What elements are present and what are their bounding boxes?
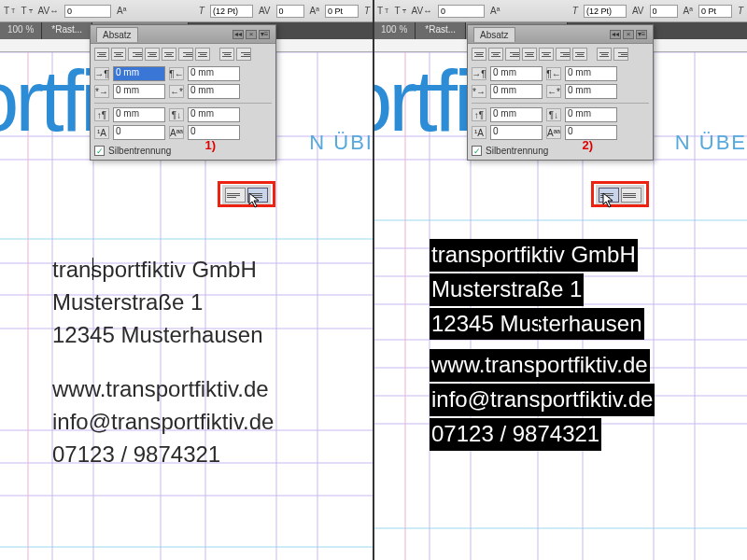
first-line-input[interactable]: 0 mm [490, 84, 543, 99]
justify-all-icon[interactable] [195, 48, 210, 61]
font-size-icon[interactable]: T [572, 6, 578, 16]
baseline-input[interactable] [698, 5, 732, 18]
city-line: 12345 Musterhausen [430, 308, 644, 341]
alignment-row [94, 48, 272, 61]
first-line-indent-icon: *→ [472, 85, 486, 98]
style-t-icon[interactable]: T [364, 6, 370, 16]
scale-icon[interactable]: Aª [117, 6, 126, 16]
right-indent-icon: ¶← [169, 67, 184, 80]
align-right-icon[interactable] [128, 48, 143, 61]
subscript-icon[interactable]: Tᴛ [21, 6, 32, 16]
last-line-indent-icon: ←* [546, 85, 561, 98]
align-toward-spine-icon[interactable] [597, 48, 612, 61]
panel-tab-absatz[interactable]: Absatz [473, 27, 515, 42]
dropcap-lines-input[interactable]: 0 [113, 125, 165, 140]
left-indent-input[interactable]: 0 mm [113, 66, 165, 81]
panel-close-icon[interactable]: × [246, 30, 257, 39]
address-block[interactable]: transportfiktiv GmbH Musterstraße 1 1234… [430, 239, 655, 453]
align-away-spine-icon[interactable] [236, 48, 251, 61]
kerning-icon[interactable]: AV↔ [412, 6, 433, 16]
panel-menu-icon[interactable]: ▾≡ [259, 30, 270, 39]
superscript-icon[interactable]: TT [377, 6, 388, 16]
align-center-icon[interactable] [111, 48, 126, 61]
street-line: Musterstraße 1 [52, 287, 274, 319]
hyphenation-label: Silbentrennung [486, 146, 548, 156]
left-indent-icon: →¶ [472, 67, 486, 80]
zoom-level[interactable]: 100 % [374, 22, 416, 39]
scale-icon[interactable]: Aª [490, 6, 500, 16]
text-caret [538, 312, 539, 334]
tracking-input[interactable] [276, 5, 304, 18]
baseline-icon[interactable]: Aª [684, 6, 693, 16]
cursor-icon [248, 192, 261, 209]
space-before-input[interactable]: 0 mm [490, 107, 543, 122]
panel-titlebar[interactable]: Absatz ◂◂ × ▾≡ [468, 25, 653, 44]
align-left-icon[interactable] [472, 48, 486, 61]
justify-left-icon[interactable] [145, 48, 160, 61]
address-block[interactable]: transportfiktiv GmbH Musterstraße 1 1234… [52, 254, 274, 471]
last-line-input[interactable]: 0 mm [188, 84, 240, 99]
panel-close-icon[interactable]: × [623, 30, 634, 39]
hyphenation-checkbox[interactable] [472, 146, 482, 156]
tab-rast[interactable]: *Rast... [42, 22, 92, 39]
phone-line: 07123 / 9874321 [52, 439, 274, 471]
text-caret [92, 258, 93, 280]
tab-rast[interactable]: *Rast... [416, 22, 466, 39]
last-line-input[interactable]: 0 mm [565, 84, 617, 99]
first-line-indent-icon: *→ [94, 85, 109, 98]
kerning-icon[interactable]: AV↔ [38, 6, 60, 16]
company-line: transportfiktiv GmbH [52, 254, 274, 287]
hyphenation-label: Silbentrennung [108, 146, 171, 156]
phone-line: 07123 / 9874321 [430, 418, 601, 451]
justify-right-icon[interactable] [178, 48, 193, 61]
hyphenation-checkbox[interactable] [94, 146, 105, 156]
left-indent-input[interactable]: 0 mm [490, 66, 543, 81]
align-away-spine-icon[interactable] [613, 48, 628, 61]
paragraph-panel[interactable]: Absatz ◂◂ × ▾≡ [90, 24, 276, 161]
font-size-input[interactable] [584, 5, 627, 18]
kerning-input[interactable] [438, 5, 485, 18]
justify-center-icon[interactable] [162, 48, 176, 61]
mail-line: info@transportfiktiv.de [430, 384, 655, 416]
panel-collapse-icon[interactable]: ◂◂ [610, 30, 621, 39]
type-toolbar: TT Tᴛ AV↔ Aª T AV Aª T [0, 0, 374, 22]
panel-menu-icon[interactable]: ▾≡ [636, 30, 647, 39]
cursor-icon [602, 192, 615, 209]
justify-all-icon[interactable] [572, 48, 587, 61]
right-indent-input[interactable]: 0 mm [565, 66, 617, 81]
justify-center-icon[interactable] [539, 48, 554, 61]
align-center-icon[interactable] [488, 48, 503, 61]
dropcap-chars-icon: Aªª [169, 126, 184, 139]
last-line-indent-icon: ←* [169, 85, 184, 98]
space-before-input[interactable]: 0 mm [113, 107, 165, 122]
align-toward-spine-icon[interactable] [219, 48, 234, 61]
font-size-input[interactable] [210, 5, 253, 18]
superscript-icon[interactable]: TT [4, 6, 15, 16]
tracking-icon[interactable]: AV [632, 6, 644, 16]
align-right-icon[interactable] [505, 48, 520, 61]
justify-left-icon[interactable] [522, 48, 537, 61]
font-size-icon[interactable]: T [199, 6, 204, 16]
align-left-icon[interactable] [94, 48, 109, 61]
dropcap-chars-icon: Aªª [546, 126, 561, 139]
right-indent-icon: ¶← [546, 67, 561, 80]
tracking-icon[interactable]: AV [259, 6, 271, 16]
subhead-text: N ÜBE [675, 131, 747, 155]
baseline-input[interactable] [325, 5, 359, 18]
first-line-input[interactable]: 0 mm [113, 84, 165, 99]
panel-collapse-icon[interactable]: ◂◂ [233, 30, 244, 39]
zoom-level[interactable]: 100 % [0, 22, 42, 39]
right-indent-input[interactable]: 0 mm [188, 66, 240, 81]
panel-tab-absatz[interactable]: Absatz [96, 27, 138, 42]
panel-titlebar[interactable]: Absatz ◂◂ × ▾≡ [91, 25, 275, 44]
justify-right-icon[interactable] [556, 48, 571, 61]
dropcap-lines-input[interactable]: 0 [490, 125, 543, 140]
space-after-input[interactable]: 0 mm [188, 107, 240, 122]
baseline-icon[interactable]: Aª [310, 6, 319, 16]
tracking-input[interactable] [650, 5, 678, 18]
kerning-input[interactable] [64, 5, 111, 18]
subscript-icon[interactable]: Tᴛ [394, 6, 405, 16]
style-t-icon[interactable]: T [738, 6, 743, 16]
space-after-input[interactable]: 0 mm [565, 107, 617, 122]
paragraph-panel[interactable]: Absatz ◂◂ × ▾≡ [467, 24, 654, 161]
